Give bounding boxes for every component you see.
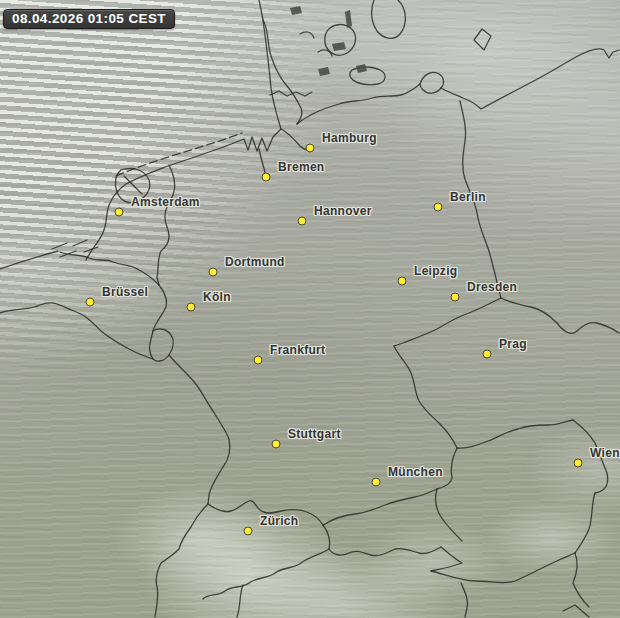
- timestamp-badge: 08.04.2026 01:05 CEST: [3, 9, 175, 29]
- city-dot-icon: [372, 478, 381, 487]
- scan-edge-stripes: [0, 0, 620, 618]
- city-label: Wien: [590, 446, 620, 460]
- city-label: Prag: [499, 337, 527, 351]
- city-dot-icon: [298, 217, 307, 226]
- scanline-texture-layer: [0, 0, 620, 618]
- city-label: Frankfurt: [270, 343, 325, 357]
- city-dot-icon: [254, 356, 263, 365]
- cloud-texture-layer: [0, 0, 620, 618]
- city-dot-icon: [574, 459, 583, 468]
- satellite-map-view: HamburgBremenAmsterdamHannoverBerlinDort…: [0, 0, 620, 618]
- city-dot-icon: [187, 303, 196, 312]
- city-label: Amsterdam: [131, 195, 200, 209]
- city-label: Dresden: [467, 280, 517, 294]
- city-label: Dortmund: [225, 255, 285, 269]
- city-layer: HamburgBremenAmsterdamHannoverBerlinDort…: [0, 0, 620, 618]
- city-label: Köln: [203, 290, 231, 304]
- city-dot-icon: [244, 527, 253, 536]
- timestamp-label: 08.04.2026 01:05 CEST: [12, 11, 166, 26]
- city-dot-icon: [272, 440, 281, 449]
- city-label: Zürich: [260, 514, 298, 528]
- country-borders-overlay: [0, 0, 620, 618]
- city-dot-icon: [398, 277, 407, 286]
- city-label: Stuttgart: [288, 427, 341, 441]
- city-label: Bremen: [278, 160, 324, 174]
- city-dot-icon: [434, 203, 443, 212]
- city-label: Hamburg: [322, 131, 377, 145]
- city-dot-icon: [115, 208, 124, 217]
- city-label: Hannover: [314, 204, 372, 218]
- city-label: Leipzig: [414, 264, 457, 278]
- city-label: Brüssel: [102, 285, 148, 299]
- city-dot-icon: [483, 350, 492, 359]
- city-dot-icon: [86, 298, 95, 307]
- city-dot-icon: [262, 173, 271, 182]
- city-label: München: [388, 465, 443, 479]
- city-label: Berlin: [450, 190, 486, 204]
- city-dot-icon: [451, 293, 460, 302]
- city-dot-icon: [209, 268, 218, 277]
- city-dot-icon: [306, 144, 315, 153]
